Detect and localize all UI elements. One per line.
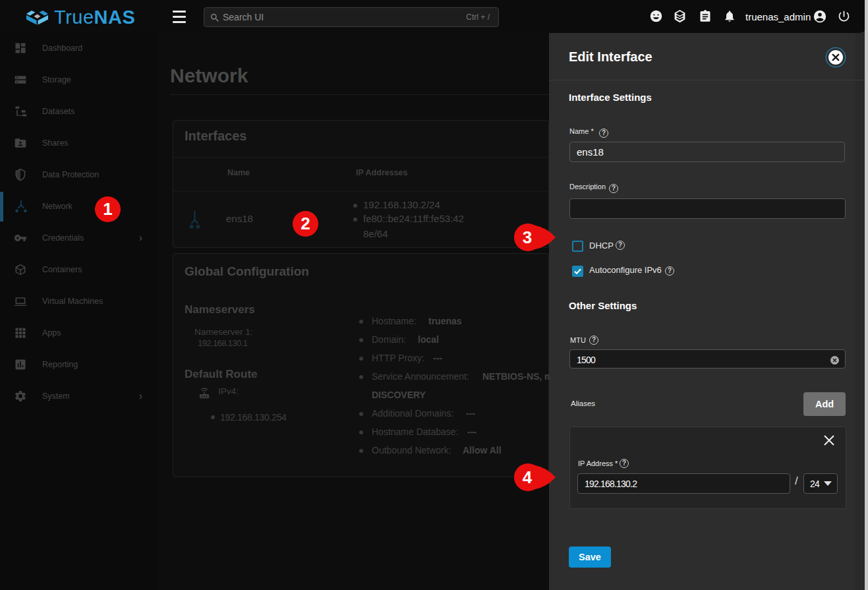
- svg-text:3: 3: [523, 227, 532, 247]
- svg-text:4: 4: [523, 467, 533, 487]
